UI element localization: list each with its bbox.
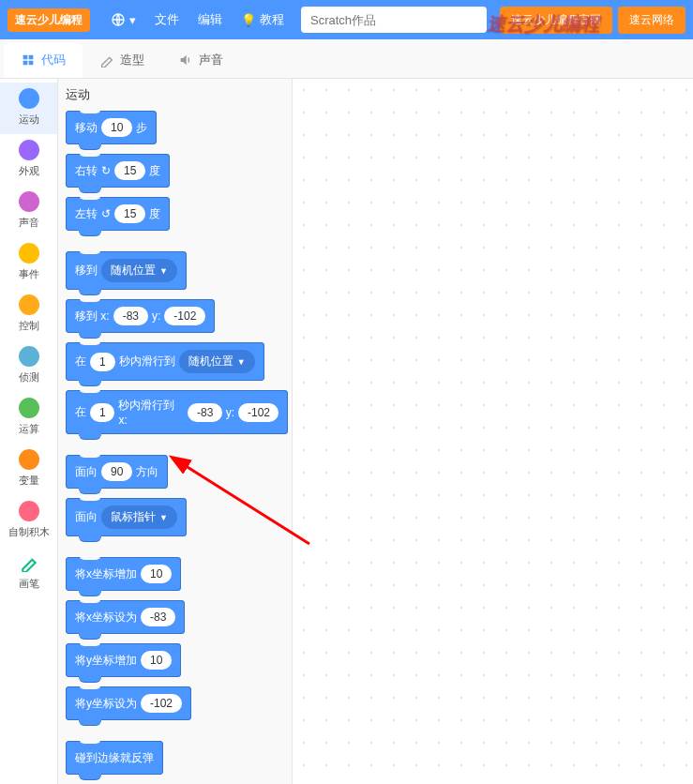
project-title-input[interactable] <box>301 7 487 33</box>
input-x[interactable]: -83 <box>113 307 148 325</box>
input-x[interactable]: -83 <box>188 403 222 422</box>
category-运算[interactable]: 运算 <box>0 392 57 444</box>
sound-icon <box>178 53 193 68</box>
logo: 速云少儿编程 <box>8 8 90 32</box>
block-glide-to[interactable]: 在 1 秒内滑行到 随机位置▼ <box>66 342 264 381</box>
code-icon <box>21 53 36 68</box>
dropdown-goto-target[interactable]: 随机位置▼ <box>101 259 177 282</box>
block-point-towards[interactable]: 面向 鼠标指针▼ <box>66 498 187 536</box>
menu-file[interactable]: 文件 <box>145 0 188 39</box>
palette-header: 运动 <box>66 86 288 103</box>
block-goto-xy[interactable]: 移到 x: -83 y: -102 <box>66 299 215 333</box>
block-change-x[interactable]: 将x坐标增加 10 <box>66 557 181 591</box>
dropdown-point-target[interactable]: 鼠标指针▼ <box>101 505 177 529</box>
category-color-icon <box>19 398 39 418</box>
block-turn-right[interactable]: 右转 ↻ 15 度 <box>66 154 170 188</box>
svg-rect-4 <box>29 61 34 66</box>
pen-icon <box>19 552 39 573</box>
block-move-steps[interactable]: 移动 10 步 <box>66 111 157 144</box>
rotate-right-icon: ↻ <box>101 164 111 177</box>
input-x[interactable]: -83 <box>141 608 175 626</box>
block-set-x[interactable]: 将x坐标设为 -83 <box>66 600 185 634</box>
category-color-icon <box>19 294 39 315</box>
chevron-down-icon: ▼ <box>159 513 168 522</box>
category-color-icon <box>19 140 39 160</box>
chevron-down-icon: ▼ <box>237 357 246 367</box>
workspace: 运动外观声音事件控制侦测运算变量自制积木画笔 运动 移动 10 步 右转 ↻ 1… <box>0 79 693 784</box>
menubar: 速云少儿编程 ▾ 文件 编辑 💡 教程 速云少儿编程官网 速云网络 <box>0 0 693 39</box>
lightbulb-icon: 💡 <box>241 13 256 27</box>
category-color-icon <box>19 191 39 212</box>
rotate-left-icon: ↺ <box>101 207 111 220</box>
editor-tabs: 代码 造型 声音 <box>0 39 693 79</box>
input-secs[interactable]: 1 <box>90 353 115 371</box>
block-glide-xy[interactable]: 在 1 秒内滑行到 x: -83 y: -102 <box>66 390 288 434</box>
input-direction[interactable]: 90 <box>101 462 132 481</box>
chevron-down-icon: ▾ <box>129 13 136 27</box>
category-自制积木[interactable]: 自制积木 <box>0 495 57 547</box>
input-y[interactable]: -102 <box>164 307 205 325</box>
category-list: 运动外观声音事件控制侦测运算变量自制积木画笔 <box>0 79 58 784</box>
input-degrees[interactable]: 15 <box>114 161 145 180</box>
block-set-y[interactable]: 将y坐标设为 -102 <box>66 686 191 720</box>
category-外观[interactable]: 外观 <box>0 134 57 186</box>
block-bounce-edge[interactable]: 碰到边缘就反弹 <box>66 741 163 775</box>
globe-icon <box>111 12 126 27</box>
input-steps[interactable]: 10 <box>101 118 132 137</box>
category-声音[interactable]: 声音 <box>0 186 57 237</box>
category-事件[interactable]: 事件 <box>0 237 57 289</box>
category-color-icon <box>19 346 39 367</box>
input-secs[interactable]: 1 <box>90 403 114 422</box>
input-dx[interactable]: 10 <box>141 565 172 583</box>
category-控制[interactable]: 控制 <box>0 289 57 340</box>
block-palette[interactable]: 运动 移动 10 步 右转 ↻ 15 度 左转 ↺ 15 度 移到 随机位置▼ … <box>58 79 293 784</box>
category-color-icon <box>19 501 39 521</box>
tab-sounds[interactable]: 声音 <box>161 42 240 78</box>
network-button[interactable]: 速云网络 <box>618 7 685 34</box>
input-degrees[interactable]: 15 <box>114 204 145 223</box>
official-site-button[interactable]: 速云少儿编程官网 <box>500 7 612 34</box>
script-canvas[interactable] <box>293 79 693 784</box>
category-color-icon <box>19 88 39 109</box>
svg-rect-1 <box>23 55 28 60</box>
language-menu[interactable]: ▾ <box>101 0 145 39</box>
block-point-direction[interactable]: 面向 90 方向 <box>66 455 168 489</box>
tab-costumes[interactable]: 造型 <box>83 42 161 78</box>
category-画笔[interactable]: 画笔 <box>0 547 57 598</box>
dropdown-glide-target[interactable]: 随机位置▼ <box>179 350 255 373</box>
chevron-down-icon: ▼ <box>159 266 168 276</box>
costume-icon <box>99 53 114 68</box>
svg-rect-3 <box>23 61 28 66</box>
category-color-icon <box>19 449 39 470</box>
category-color-icon <box>19 243 39 264</box>
category-运动[interactable]: 运动 <box>0 83 57 134</box>
category-侦测[interactable]: 侦测 <box>0 340 57 392</box>
block-turn-left[interactable]: 左转 ↺ 15 度 <box>66 197 170 231</box>
category-变量[interactable]: 变量 <box>0 444 57 495</box>
input-y[interactable]: -102 <box>238 403 279 422</box>
svg-rect-2 <box>29 55 34 60</box>
input-y[interactable]: -102 <box>141 694 182 713</box>
menu-edit[interactable]: 编辑 <box>188 0 232 39</box>
input-dy[interactable]: 10 <box>141 651 172 670</box>
menu-tutorial[interactable]: 💡 教程 <box>232 0 294 39</box>
block-change-y[interactable]: 将y坐标增加 10 <box>66 643 181 677</box>
tab-code[interactable]: 代码 <box>4 42 83 78</box>
block-goto[interactable]: 移到 随机位置▼ <box>66 251 187 290</box>
project-title-wrapper <box>301 7 487 33</box>
